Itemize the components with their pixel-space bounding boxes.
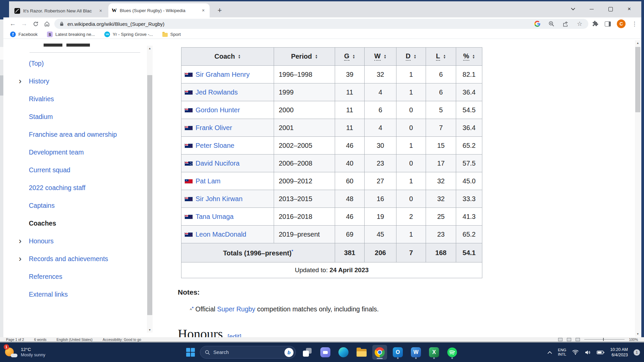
edge-button[interactable] xyxy=(336,345,351,360)
coach-link[interactable]: Sir John Kirwan xyxy=(196,195,243,202)
tray-chevron-icon[interactable] xyxy=(547,351,552,354)
sort-icon[interactable]: ▲▼ xyxy=(238,54,240,59)
taskbar-search[interactable]: Search b xyxy=(200,346,296,359)
sidebar-link[interactable]: (Top) xyxy=(29,59,44,68)
zoom-slider[interactable] xyxy=(584,339,625,340)
scroll-down-icon[interactable]: ▼ xyxy=(635,331,641,337)
excel-button[interactable]: X xyxy=(427,345,441,360)
header-losses[interactable]: L▲▼ xyxy=(426,48,456,66)
header-percent[interactable]: %▲▼ xyxy=(456,48,482,66)
maximize-button[interactable] xyxy=(601,1,620,17)
weather-widget[interactable]: 1 12°C Mostly sunny xyxy=(4,345,45,359)
totals-note-link[interactable]: * xyxy=(291,249,293,254)
sort-icon[interactable]: ▲▼ xyxy=(472,54,475,59)
zoom-icon[interactable] xyxy=(548,20,555,27)
super-rugby-link[interactable]: Super Rugby xyxy=(217,305,255,313)
header-coach[interactable]: Coach▲▼ xyxy=(181,48,274,66)
wifi-icon[interactable] xyxy=(572,350,579,355)
tab-search-chevron-icon[interactable] xyxy=(564,1,582,17)
bookmark-star-icon[interactable]: ☆ xyxy=(576,20,583,27)
word-button[interactable]: W xyxy=(409,345,423,360)
sidebar-link[interactable]: Franchise area and ownership xyxy=(29,130,117,139)
bookmark-item[interactable]: Sport xyxy=(162,32,181,37)
header-wins[interactable]: W▲▼ xyxy=(365,48,396,66)
clock[interactable]: 10:20 AM6/4/2023 xyxy=(610,347,628,358)
volume-icon[interactable] xyxy=(585,350,591,355)
sidebar-link[interactable]: History xyxy=(29,77,49,85)
header-period[interactable]: Period▲▼ xyxy=(274,48,335,66)
sort-icon[interactable]: ▲▼ xyxy=(353,54,355,59)
tab-blues-wikipedia[interactable]: W Blues (Super Rugby) - Wikipedia × xyxy=(108,3,210,17)
outlook-button[interactable]: O xyxy=(390,345,405,360)
page-scrollbar[interactable]: ▲ ▼ xyxy=(635,40,641,337)
coach-link[interactable]: Pat Lam xyxy=(196,177,220,185)
sidebar-link[interactable]: Captains xyxy=(29,201,55,210)
sidebar-link[interactable]: External links xyxy=(29,290,68,299)
task-view-button[interactable] xyxy=(300,345,315,360)
extensions-icon[interactable] xyxy=(592,20,599,27)
language-indicator[interactable]: ENGINTL xyxy=(558,348,566,357)
scroll-down-icon[interactable]: ▼ xyxy=(147,327,153,333)
word-word-count[interactable]: 6 words xyxy=(34,338,47,342)
sidebar-link[interactable]: Stadium xyxy=(29,112,53,121)
sidebar-link[interactable]: Records and achievements xyxy=(29,254,108,263)
sort-icon[interactable]: ▲▼ xyxy=(443,54,446,59)
tab-close-icon[interactable]: × xyxy=(200,7,206,13)
coach-link[interactable]: Leon MacDonald xyxy=(196,231,246,238)
browser-menu-icon[interactable]: ⋮ xyxy=(632,20,637,27)
chevron-right-icon[interactable]: › xyxy=(19,237,29,245)
sidebar-link[interactable]: Current squad xyxy=(29,166,70,174)
tab-its-razor[interactable]: It's Razor. Robertson New All Blac × xyxy=(11,4,107,17)
coach-link[interactable]: David Nucifora xyxy=(196,160,239,167)
word-accessibility[interactable]: Accessibility: Good to go xyxy=(103,338,141,342)
file-explorer-button[interactable] xyxy=(354,345,369,360)
forward-button[interactable]: → xyxy=(19,19,29,28)
note-backref-link[interactable]: ^* xyxy=(190,307,194,312)
bookmark-item[interactable]: SLatest breaking ne... xyxy=(47,32,95,37)
address-bar[interactable]: en.wikipedia.org/wiki/Blues_(Super_Rugby… xyxy=(54,19,588,29)
page-scrollbar-thumb[interactable] xyxy=(635,47,640,112)
toc-scrollbar-thumb[interactable] xyxy=(147,75,152,315)
scroll-up-icon[interactable]: ▲ xyxy=(147,46,153,51)
sort-icon[interactable]: ▲▼ xyxy=(414,54,416,59)
sidebar-link[interactable]: Rivalries xyxy=(29,95,54,103)
scroll-up-icon[interactable]: ▲ xyxy=(635,40,641,46)
teams-chat-button[interactable] xyxy=(318,345,333,360)
sidebar-link[interactable]: Honours xyxy=(29,237,54,245)
start-button[interactable] xyxy=(183,345,198,360)
sidebar-link[interactable]: 2022 coaching staff xyxy=(29,183,86,192)
coach-link[interactable]: Jed Rowlands xyxy=(196,88,238,96)
battery-icon[interactable] xyxy=(597,350,604,355)
coach-link[interactable]: Sir Graham Henry xyxy=(196,71,250,78)
close-button[interactable]: × xyxy=(620,1,639,17)
read-mode-icon[interactable] xyxy=(558,338,562,341)
web-layout-icon[interactable] xyxy=(576,338,580,341)
chevron-right-icon[interactable]: › xyxy=(19,255,29,263)
coach-link[interactable]: Frank Oliver xyxy=(196,124,232,131)
header-draws[interactable]: D▲▼ xyxy=(396,48,426,66)
header-games[interactable]: G▲▼ xyxy=(335,48,365,66)
sidebar-link[interactable]: Development team xyxy=(29,148,84,157)
home-button[interactable] xyxy=(42,19,52,28)
reload-button[interactable] xyxy=(31,19,40,28)
side-panel-icon[interactable] xyxy=(605,21,611,26)
word-language[interactable]: English (United States) xyxy=(56,338,92,342)
spotify-button[interactable] xyxy=(445,345,460,360)
sidebar-link[interactable]: References xyxy=(29,272,62,281)
bookmark-item[interactable]: fFacebook xyxy=(10,32,38,37)
zoom-level[interactable]: 100% xyxy=(629,338,638,342)
google-g-icon[interactable] xyxy=(534,20,541,27)
back-button[interactable]: ← xyxy=(8,19,17,28)
tab-close-icon[interactable]: × xyxy=(98,8,104,14)
chrome-button[interactable] xyxy=(372,345,387,360)
toc-scrollbar[interactable]: ▲ ▼ xyxy=(147,46,153,333)
coach-link[interactable]: Peter Sloane xyxy=(196,142,234,149)
chevron-right-icon[interactable]: › xyxy=(19,77,29,85)
minimize-button[interactable] xyxy=(582,1,601,17)
new-tab-button[interactable]: + xyxy=(215,6,224,15)
notification-badge[interactable]: 1 xyxy=(634,349,640,356)
print-layout-icon[interactable] xyxy=(567,338,571,341)
share-icon[interactable] xyxy=(562,20,569,27)
edit-link[interactable]: [edit] xyxy=(227,333,241,337)
coach-link[interactable]: Tana Umaga xyxy=(196,213,233,220)
